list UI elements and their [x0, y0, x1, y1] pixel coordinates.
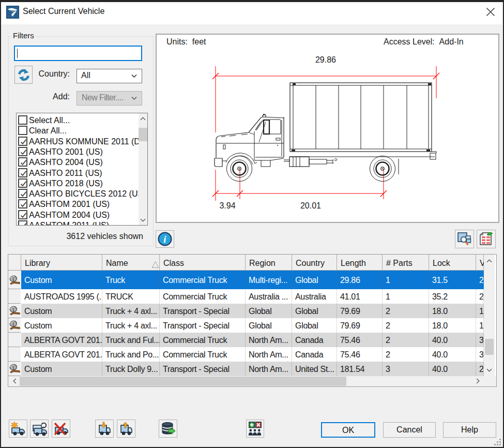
svg-text:i: i: [163, 234, 166, 245]
